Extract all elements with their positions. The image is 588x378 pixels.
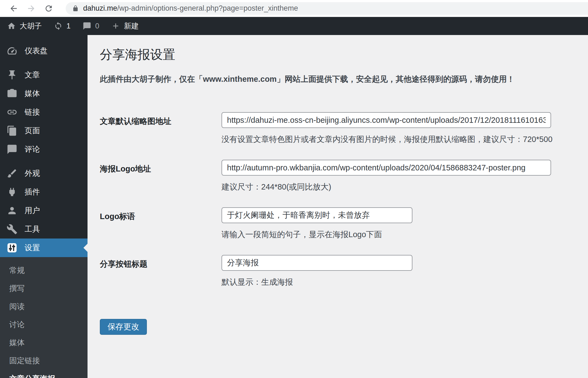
lock-icon [72,5,79,12]
site-name: 大胡子 [20,21,42,31]
sidebar-item-label: 插件 [25,187,40,197]
sidebar-item-settings[interactable]: 设置 [0,239,88,257]
admin-bar-new[interactable]: 新建 [111,21,139,31]
pages-icon [7,125,18,136]
submenu-item-reading[interactable]: 阅读 [0,298,88,316]
current-menu-arrow [83,244,88,252]
sidebar-item-tools[interactable]: 工具 [0,220,88,239]
share-button-title-input[interactable] [222,255,412,271]
admin-bar-updates[interactable]: 1 [54,22,71,30]
browser-back-button[interactable] [8,3,19,14]
sidebar-item-comments[interactable]: 评论 [0,140,88,159]
url-path: /wp-admin/options-general.php?page=poste… [117,4,298,12]
settings-form: 文章默认缩略图地址 没有设置文章特色图片或者文章内没有图片的时候，海报使用默认缩… [100,112,577,335]
form-row: 海报Logo地址 建议尺寸：244*80(或同比放大) [100,160,577,193]
sidebar-item-label: 评论 [25,144,40,155]
submenu-item-general[interactable]: 常规 [0,261,88,280]
sidebar-item-label: 页面 [25,126,40,136]
sidebar-item-label: 链接 [25,107,40,117]
field-help: 没有设置文章特色图片或者文章内没有图片的时候，海报使用默认缩略图，建议尺寸：72… [222,134,552,145]
comments-count: 0 [95,22,99,30]
form-row: 分享按钮标题 默认显示：生成海报 [100,255,577,288]
settings-sliders-icon [7,242,18,253]
logo-slogan-input[interactable] [222,207,412,223]
sidebar-item-media[interactable]: 媒体 [0,84,88,103]
submenu-item-share-poster[interactable]: 文章分享海报 [0,370,88,378]
sidebar-item-appearance[interactable]: 外观 [0,164,88,183]
sidebar-item-plugins[interactable]: 插件 [0,183,88,201]
menu-separator [0,60,88,66]
url-domain: dahuzi.me [83,4,117,12]
field-help: 请输入一段简短的句子，显示在海报Logo下面 [222,229,412,240]
browser-toolbar: dahuzi.me/wp-admin/options-general.php?p… [0,0,588,17]
browser-reload-button[interactable] [43,3,54,14]
sidebar-item-label: 文章 [25,70,40,80]
back-arrow-icon [9,4,18,13]
submenu-item-discussion[interactable]: 讨论 [0,316,88,334]
sidebar-item-links[interactable]: 链接 [0,103,88,121]
plus-icon [111,22,120,30]
form-row: Logo标语 请输入一段简短的句子，显示在海报Logo下面 [100,207,577,240]
save-changes-button[interactable]: 保存更改 [100,319,147,335]
new-label: 新建 [124,21,139,31]
wp-sidebar: 仪表盘 文章 媒体 链接 页面 评论 [0,35,88,378]
dashboard-icon [7,45,18,56]
sidebar-item-users[interactable]: 用户 [0,201,88,220]
wrench-icon [7,224,18,235]
updates-count: 1 [66,22,71,30]
field-label: 文章默认缩略图地址 [100,112,222,145]
wp-admin-bar: 大胡子 1 0 新建 [0,17,588,35]
menu-separator [0,159,88,164]
link-icon [7,107,18,118]
field-help: 建议尺寸：244*80(或同比放大) [222,182,551,193]
user-icon [7,205,18,216]
sidebar-item-pages[interactable]: 页面 [0,121,88,140]
admin-bar-comments[interactable]: 0 [83,22,99,30]
comment-bubble-icon [7,144,18,155]
camera-icon [7,88,18,99]
submenu-item-writing[interactable]: 撰写 [0,280,88,298]
sidebar-item-label: 工具 [25,224,40,234]
sidebar-item-label: 仪表盘 [25,46,48,56]
field-label: 海报Logo地址 [100,160,222,193]
url-text: dahuzi.me/wp-admin/options-general.php?p… [83,4,298,13]
page-title: 分享海报设置 [100,47,577,62]
settings-submenu: 常规 撰写 阅读 讨论 媒体 固定链接 文章分享海报 [0,257,88,378]
field-help: 默认显示：生成海报 [222,277,412,288]
sidebar-item-posts[interactable]: 文章 [0,66,88,84]
sidebar-item-label: 媒体 [25,88,40,99]
sidebar-item-label: 外观 [25,168,40,179]
sidebar-item-label: 设置 [25,243,40,253]
forward-arrow-icon [27,4,36,13]
submenu-item-permalinks[interactable]: 固定链接 [0,352,88,370]
admin-bar-site-menu[interactable]: 大胡子 [7,21,42,31]
field-label: Logo标语 [100,207,222,240]
form-row: 文章默认缩略图地址 没有设置文章特色图片或者文章内没有图片的时候，海报使用默认缩… [100,112,577,145]
comment-bubble-icon [83,22,91,30]
submenu-item-media[interactable]: 媒体 [0,334,88,352]
reload-icon [44,4,53,13]
field-label: 分享按钮标题 [100,255,222,288]
plugin-notice: 此插件由大胡子制作，仅在「www.xintheme.com」网站上面提供下载，安… [100,74,577,85]
plugin-icon [7,187,18,197]
poster-logo-url-input[interactable] [222,160,551,176]
browser-forward-button [26,3,37,14]
sidebar-item-dashboard[interactable]: 仪表盘 [0,42,88,60]
address-bar[interactable]: dahuzi.me/wp-admin/options-general.php?p… [66,2,588,15]
default-thumbnail-url-input[interactable] [222,112,551,128]
updates-icon [54,22,63,30]
brush-icon [7,168,18,179]
pin-icon [7,69,18,80]
sidebar-item-label: 用户 [25,205,40,216]
home-icon [7,22,16,30]
main-content: 分享海报设置 此插件由大胡子制作，仅在「www.xintheme.com」网站上… [88,35,588,378]
